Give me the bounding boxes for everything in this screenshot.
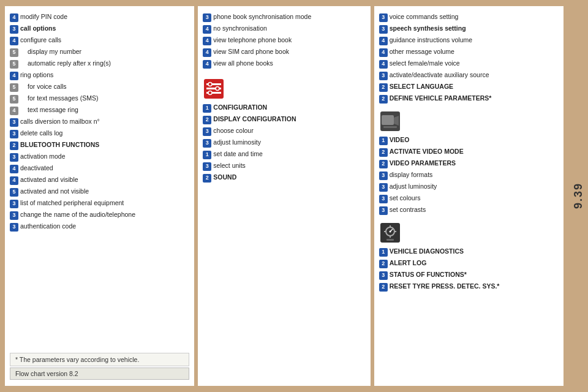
item-label: RESET TYRE PRESS. DETEC. SYS.*: [390, 282, 559, 291]
badge: 2: [379, 148, 388, 157]
section-title: CONFIGURATION: [213, 104, 365, 112]
badge: 3: [10, 25, 18, 34]
item-label: text message ring: [20, 106, 189, 115]
item-label: activate/deactivate auxiliary source: [390, 71, 559, 80]
diag-icon-row: [380, 221, 559, 244]
item-label: modify PIN code: [20, 13, 189, 21]
diag-title: 1 VEHICLE DIAGNOSTICS: [379, 247, 559, 257]
badge: 3: [379, 195, 388, 203]
item-label: DISPLAY CONFIGURATION: [213, 115, 365, 124]
item-label: phone book synchronisation mode: [213, 13, 365, 21]
badge: 4: [10, 72, 18, 80]
badge: 2: [379, 283, 388, 292]
item-label: ALERT LOG: [390, 259, 559, 268]
badge: 3: [10, 118, 18, 127]
item-label: voice commands setting: [390, 13, 559, 21]
middle-column: 3 phone book synchronisation mode 4 no s…: [198, 6, 370, 386]
list-item: 3 activate/deactivate auxiliary source: [379, 70, 559, 81]
list-item: 5 for voice calls: [10, 82, 189, 92]
list-item: 2 RESET TYRE PRESS. DETEC. SYS.*: [379, 282, 559, 292]
item-label: set contrasts: [390, 206, 559, 214]
page-container: 4 modify PIN code 3 call options 4 confi…: [0, 0, 588, 392]
item-label: ring options: [20, 71, 189, 80]
item-label: authentication code: [20, 222, 189, 231]
svg-rect-8: [382, 115, 394, 125]
list-item: 2 SOUND: [203, 173, 365, 183]
badge: 3: [10, 130, 18, 138]
list-item: 4 no synchronisation: [203, 24, 365, 34]
badge: 2: [203, 116, 211, 124]
list-item: 4 view all phone books: [203, 59, 365, 69]
list-item: 2 DEFINE VEHICLE PARAMETERS*: [379, 94, 559, 104]
list-item: 4 view SIM card phone book: [203, 47, 365, 58]
item-label: STATUS OF FUNCTIONS*: [390, 271, 559, 279]
config-icon-row: [204, 77, 365, 100]
badge: 2: [379, 95, 388, 104]
list-item: 5 for text messages (SMS): [10, 94, 189, 104]
item-label: delete calls log: [20, 129, 189, 138]
badge: 1: [379, 248, 388, 257]
badge: 3: [10, 153, 18, 162]
item-label: for voice calls: [20, 83, 189, 91]
item-label: view SIM card phone book: [213, 48, 365, 56]
item-label: view all phone books: [213, 59, 365, 68]
list-item: 4 configure calls: [10, 36, 189, 46]
badge: 2: [379, 260, 388, 268]
badge: 4: [10, 176, 18, 185]
badge: 3: [379, 25, 388, 34]
config-icon: [204, 79, 224, 99]
left-column: 4 modify PIN code 3 call options 4 confi…: [5, 6, 194, 386]
item-label: guidance instructions volume: [390, 36, 559, 45]
item-label: VIDEO PARAMETERS: [390, 159, 559, 168]
page-number: 9.39: [572, 183, 585, 209]
item-label: choose colour: [213, 127, 365, 135]
item-label: view telephone phone book: [213, 36, 365, 45]
list-item: 4 other message volume: [379, 47, 559, 58]
list-item: 3 call options: [10, 24, 189, 34]
item-label: ACTIVATE VIDEO MODE: [390, 148, 559, 156]
right-sidebar: 9.39: [568, 0, 588, 392]
list-item: 3 adjust luminosity: [203, 138, 365, 148]
list-item: 2 DISPLAY CONFIGURATION: [203, 115, 365, 125]
list-item: 3 display formats: [379, 170, 559, 181]
item-label: call options: [20, 24, 189, 33]
note-box: * The parameters vary according to vehic…: [10, 353, 189, 366]
item-label: activation mode: [20, 153, 189, 161]
badge: 3: [10, 200, 18, 208]
item-label: display formats: [390, 171, 559, 179]
badge: 5: [10, 188, 18, 197]
list-item: 3 authentication code: [10, 222, 189, 232]
badge: 2: [379, 160, 388, 168]
list-item: 2 SELECT LANGUAGE: [379, 82, 559, 92]
list-item: 4 activated and visible: [10, 175, 189, 186]
item-label: other message volume: [390, 48, 559, 56]
video-icon-row: [380, 109, 559, 133]
badge: 3: [10, 211, 18, 220]
list-item: 3 calls diversion to mailbox n°: [10, 117, 189, 127]
item-label: activated and visible: [20, 176, 189, 184]
item-label: change the name of the audio/telephone: [20, 211, 189, 219]
video-icon: [380, 111, 400, 131]
badge: 5: [10, 48, 18, 57]
svg-point-4: [208, 83, 212, 86]
svg-point-18: [389, 231, 391, 233]
item-label: select female/male voice: [390, 59, 559, 68]
list-item: 3 choose colour: [203, 126, 365, 137]
item-label: set colours: [390, 194, 559, 203]
badge: 4: [203, 60, 211, 69]
badge: 3: [379, 72, 388, 80]
flowchart-text: Flow chart version 8.2: [15, 370, 78, 377]
badge: 4: [203, 37, 211, 45]
list-item: 4 view telephone phone book: [203, 36, 365, 46]
list-item: 3 list of matched peripheral equipment: [10, 198, 189, 209]
item-label: for text messages (SMS): [20, 94, 189, 103]
svg-rect-19: [386, 239, 394, 241]
badge: 4: [379, 37, 388, 45]
list-item: 5 display my number: [10, 47, 189, 58]
list-item: 4 deactivated: [10, 164, 189, 174]
list-item: 5 activated and not visible: [10, 187, 189, 197]
list-item: 3 STATUS OF FUNCTIONS*: [379, 270, 559, 281]
badge: 4: [10, 37, 18, 45]
badge: 5: [10, 60, 18, 69]
list-item: 4 guidance instructions volume: [379, 36, 559, 46]
